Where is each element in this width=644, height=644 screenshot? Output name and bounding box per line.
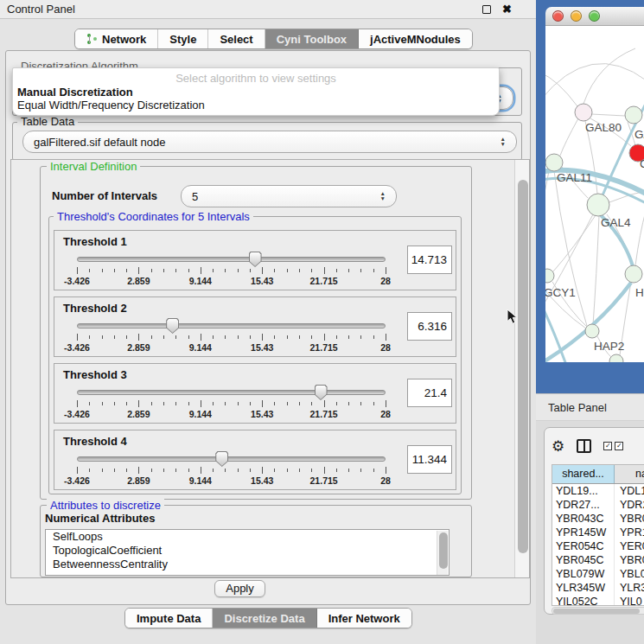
table-row[interactable]: YBR045CYBR0 <box>552 553 644 567</box>
table-horizontal-scrollbar-thumb[interactable] <box>553 609 640 614</box>
checkbox-icon[interactable]: ✓ <box>603 442 612 450</box>
zoom-traffic-light-icon[interactable] <box>589 10 600 22</box>
numerical-attributes-items: SelfLoopsTopologicalCoefficientBetweenne… <box>46 530 449 571</box>
slider-ticks <box>77 267 386 275</box>
network-node-gcy1[interactable] <box>545 269 554 283</box>
network-view-titlebar[interactable] <box>545 7 644 26</box>
cell-name[interactable]: YDR2 <box>615 498 644 512</box>
column-header-name[interactable]: na <box>615 465 644 483</box>
attributes-list-scrollbar[interactable] <box>437 531 448 576</box>
network-canvas[interactable]: GAL80GACGAL11GAL4GCY1HHAP2 <box>545 26 644 362</box>
slider-track[interactable] <box>77 323 386 328</box>
tick-mark <box>225 469 226 472</box>
slider-track[interactable] <box>77 456 386 462</box>
algorithm-option[interactable]: Equal Width/Frequency Discretization <box>17 99 205 112</box>
cell-shared-name[interactable]: YDL19... <box>552 484 615 498</box>
network-node-gal4[interactable] <box>587 194 609 216</box>
tab-infer-network[interactable]: Infer Network <box>317 609 411 628</box>
close-traffic-light-icon[interactable] <box>552 10 564 22</box>
network-node-h[interactable] <box>625 265 642 283</box>
close-window-icon[interactable]: ✖ <box>502 3 512 16</box>
tab-discretize-data[interactable]: Discretize Data <box>213 609 316 628</box>
attributes-list-scrollbar-thumb[interactable] <box>439 532 448 569</box>
threshold-value-field[interactable]: 14.713 <box>407 245 452 274</box>
apply-button[interactable]: Apply <box>214 580 265 597</box>
vertical-scrollbar-thumb[interactable] <box>518 180 528 553</box>
network-node-gal80[interactable] <box>575 104 592 121</box>
cell-shared-name[interactable]: YBL079W <box>552 567 615 581</box>
cell-shared-name[interactable]: YBR043C <box>552 512 615 526</box>
table-row[interactable]: YBL079WYBL0 <box>552 567 644 581</box>
list-item[interactable]: TopologicalCoefficient <box>46 544 449 558</box>
tab-network[interactable]: Network <box>75 29 158 48</box>
slider-track[interactable] <box>77 390 386 395</box>
minimize-traffic-light-icon[interactable] <box>571 10 582 22</box>
tick-mark <box>373 335 374 339</box>
tick-mark <box>89 469 90 472</box>
table-row[interactable]: YLR345WYLR3 <box>552 581 644 595</box>
tick-mark <box>114 335 115 339</box>
algorithm-option[interactable]: Manual Discretization <box>17 86 133 99</box>
tick-mark <box>163 335 164 339</box>
tick-label: 2.859 <box>127 475 150 486</box>
tick-mark <box>126 335 127 339</box>
tab-jactivemnodules[interactable]: jActiveMNodules <box>359 29 472 48</box>
threshold-value-field[interactable]: 6.316 <box>407 312 452 341</box>
float-window-icon[interactable] <box>482 5 491 14</box>
tick-label: 21.715 <box>310 342 338 353</box>
threshold-value-field[interactable]: 21.4 <box>407 379 452 407</box>
tick-mark <box>386 267 386 274</box>
columns-icon[interactable] <box>577 439 591 453</box>
number-of-intervals-combobox[interactable]: 5 ▲▼ <box>181 185 397 207</box>
network-node[interactable] <box>609 354 623 362</box>
cell-name[interactable]: YPR1 <box>615 526 644 539</box>
cell-shared-name[interactable]: YER054C <box>552 539 615 553</box>
tab-select[interactable]: Select <box>208 29 265 48</box>
network-node-hap2[interactable] <box>585 324 599 338</box>
slider-track[interactable] <box>77 257 386 262</box>
column-header-shared-name[interactable]: shared... <box>552 465 615 483</box>
threshold-value-field[interactable]: 11.344 <box>407 445 452 474</box>
threshold-panel: Threshold 3-3.4262.8599.14415.4321.71528… <box>54 363 456 424</box>
cell-shared-name[interactable]: YLR345W <box>552 581 615 595</box>
list-item[interactable]: BetweennessCentrality <box>46 558 449 571</box>
network-graph[interactable]: GAL80GACGAL11GAL4GCY1HHAP2 <box>545 26 644 362</box>
gear-icon[interactable]: ⚙ <box>552 439 564 454</box>
numerical-attributes-list[interactable]: SelfLoopsTopologicalCoefficientBetweenne… <box>45 529 450 576</box>
network-node-gal11[interactable] <box>545 154 563 171</box>
tick-mark <box>225 269 226 272</box>
cell-name[interactable]: YIL0 <box>615 595 644 606</box>
table-row[interactable]: YER054CYER0 <box>552 539 644 553</box>
slider-handle[interactable] <box>215 451 228 467</box>
tick-mark <box>348 469 349 472</box>
tab-style[interactable]: Style <box>158 29 208 48</box>
network-node-ga[interactable] <box>625 106 642 124</box>
cell-name[interactable]: YBR0 <box>615 512 644 526</box>
table-data-combobox[interactable]: galFiltered.sif default node ▲▼ <box>22 131 517 153</box>
table-row[interactable]: YDR27...YDR2 <box>552 498 644 512</box>
slider-handle[interactable] <box>249 252 262 267</box>
vertical-scrollbar[interactable] <box>514 160 529 577</box>
cell-name[interactable]: YBL0 <box>615 567 644 581</box>
checkbox-icon[interactable]: ✓ <box>615 442 623 450</box>
tab-impute-data[interactable]: Impute Data <box>125 609 213 628</box>
node-table[interactable]: shared... na YDL19...YDL1YDR27...YDR2YBR… <box>552 464 644 606</box>
tick-mark <box>188 335 189 339</box>
slider-handle[interactable] <box>166 318 179 334</box>
list-item[interactable]: SelfLoops <box>46 530 449 544</box>
table-row[interactable]: YIL052CYIL0 <box>552 595 644 606</box>
slider-handle[interactable] <box>315 385 328 400</box>
table-row[interactable]: YBR043CYBR0 <box>552 512 644 526</box>
table-horizontal-scrollbar[interactable] <box>552 607 644 615</box>
cell-name[interactable]: YBR0 <box>615 553 644 567</box>
cell-shared-name[interactable]: YIL052C <box>552 595 615 606</box>
tab-cyni-toolbox[interactable]: Cyni Toolbox <box>265 29 359 48</box>
cell-name[interactable]: YER0 <box>615 539 644 553</box>
table-row[interactable]: YDL19...YDL1 <box>552 484 644 498</box>
cell-name[interactable]: YDL1 <box>615 484 644 498</box>
cell-shared-name[interactable]: YBR045C <box>552 553 615 567</box>
cell-name[interactable]: YLR3 <box>615 581 644 595</box>
table-row[interactable]: YPR145WYPR1 <box>552 526 644 539</box>
cell-shared-name[interactable]: YPR145W <box>552 526 615 539</box>
cell-shared-name[interactable]: YDR27... <box>552 498 615 512</box>
